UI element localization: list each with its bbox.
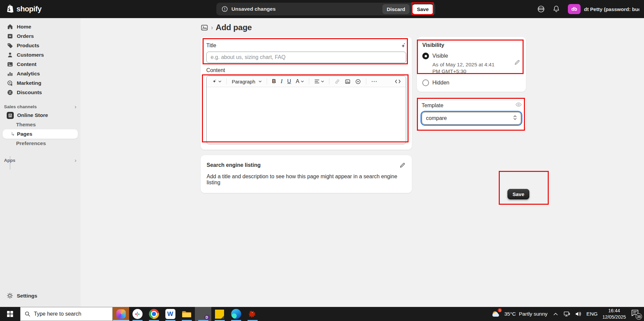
- network-icon[interactable]: [564, 311, 570, 317]
- bold-button[interactable]: B: [270, 77, 278, 85]
- shopify-bag-icon: [6, 4, 14, 14]
- pages-breadcrumb-icon[interactable]: [201, 24, 208, 31]
- user-name: dt Petty (password: budd...: [584, 6, 639, 12]
- weather-icon: 1: [491, 309, 501, 319]
- chevron-right-icon: ›: [74, 104, 76, 110]
- incognito-face-icon[interactable]: [537, 5, 545, 13]
- hidden-radio-row[interactable]: Hidden: [422, 79, 521, 86]
- topbar: shopify Unsaved changes Discard Save db …: [0, 0, 644, 18]
- sales-channels-header[interactable]: Sales channels ›: [3, 103, 78, 111]
- sidebar-item-online-store[interactable]: Online Store: [3, 111, 78, 120]
- chrome-profile-d-badge: D: [204, 315, 210, 320]
- toolbar-divider: [309, 78, 309, 84]
- seo-card-title: Search engine listing: [207, 162, 261, 168]
- visible-radio[interactable]: [422, 53, 429, 59]
- alignment-button[interactable]: [313, 78, 326, 85]
- sidebar-item-analytics[interactable]: Analytics: [3, 69, 78, 78]
- sidebar-item-content[interactable]: Content: [3, 60, 78, 69]
- taskbar-app-chrome-profile[interactable]: D: [195, 307, 211, 321]
- home-icon: [7, 23, 13, 30]
- sidebar-item-orders[interactable]: Orders: [3, 31, 78, 41]
- select-updown-icon: [513, 115, 517, 122]
- notification-count-badge: 38: [636, 313, 642, 320]
- rich-text-editor: Paragraph B I U A: [206, 76, 406, 144]
- sidebar-item-pages[interactable]: ↳ Pages: [3, 129, 78, 139]
- taskbar-app-sticky-notes[interactable]: [211, 307, 228, 321]
- analytics-icon: [7, 70, 13, 77]
- sidebar-item-marketing[interactable]: Marketing: [3, 78, 78, 88]
- taskbar-search[interactable]: [20, 307, 113, 321]
- sidebar-item-products[interactable]: Products: [3, 41, 78, 50]
- tree-branch-icon: ↳: [11, 131, 15, 137]
- toolbar-divider: [267, 78, 267, 84]
- edit-pencil-icon[interactable]: [399, 162, 406, 169]
- weather-widget[interactable]: 1 35°C Partly sunny: [491, 309, 547, 319]
- windows-taskbar: W D 1 35°C Partly sunny: [0, 307, 644, 321]
- sidebar-item-discounts[interactable]: Discounts: [3, 88, 78, 97]
- sidebar: Home Orders Products Customers Content A…: [0, 18, 80, 307]
- clock-widget[interactable]: 16:44 12/05/2025: [602, 308, 626, 320]
- text-color-button[interactable]: A: [294, 77, 306, 85]
- file-explorer-icon: [181, 310, 192, 318]
- code-view-icon[interactable]: [393, 78, 402, 85]
- seo-card-description: Add a title and description to see how t…: [207, 174, 406, 186]
- products-icon: [7, 42, 13, 49]
- preview-eye-icon[interactable]: [515, 101, 522, 108]
- italic-button[interactable]: I: [279, 77, 284, 86]
- start-button[interactable]: [0, 307, 20, 321]
- taskbar-search-input[interactable]: [34, 311, 101, 317]
- sidebar-item-themes[interactable]: Themes: [3, 120, 78, 129]
- apps-header[interactable]: Apps ›: [3, 156, 78, 164]
- sidebar-item-home[interactable]: Home: [3, 22, 78, 31]
- tray-chevron-up-icon[interactable]: [552, 311, 559, 317]
- visibility-date-note: As of May 12, 2025 at 4:41 PM GMT+5:30: [432, 61, 499, 75]
- toolbar-divider: [329, 78, 329, 84]
- paragraph-style-dropdown[interactable]: Paragraph: [230, 78, 263, 85]
- taskbar-app-slack[interactable]: [129, 307, 146, 321]
- visibility-title: Visibility: [422, 42, 521, 48]
- language-indicator[interactable]: ENG: [586, 311, 598, 317]
- more-options-icon[interactable]: ⋯: [370, 77, 379, 86]
- ai-sparkle-icon[interactable]: [399, 42, 406, 49]
- marketing-icon: [7, 80, 13, 86]
- insert-link-icon[interactable]: [333, 78, 342, 85]
- avatar: db: [568, 4, 581, 14]
- underline-button[interactable]: U: [285, 77, 293, 85]
- ai-assist-button[interactable]: [210, 78, 223, 85]
- taskbar-app-chrome[interactable]: [146, 307, 162, 321]
- title-input[interactable]: [206, 52, 406, 63]
- save-button-topbar[interactable]: Save: [412, 4, 433, 14]
- weather-temperature: 35°C: [504, 311, 516, 317]
- sidebar-item-customers[interactable]: Customers: [3, 50, 78, 60]
- taskbar-app-copilot[interactable]: [113, 307, 129, 321]
- shopify-wordmark: shopify: [16, 5, 42, 13]
- insert-image-icon[interactable]: [343, 78, 352, 85]
- template-select[interactable]: compare: [422, 112, 521, 125]
- taskbar-app-red-mascot[interactable]: [244, 307, 261, 321]
- weather-alert-badge: 1: [498, 308, 502, 312]
- notification-center[interactable]: 38: [631, 309, 641, 319]
- edit-visibility-pencil-icon[interactable]: [514, 59, 521, 66]
- taskbar-app-file-explorer[interactable]: [178, 307, 195, 321]
- chevron-right-icon: ›: [74, 157, 76, 163]
- content-icon: [7, 61, 13, 68]
- notifications-bell-icon[interactable]: [552, 5, 560, 13]
- sidebar-item-preferences[interactable]: Preferences: [3, 139, 78, 148]
- hidden-radio[interactable]: [422, 79, 429, 86]
- insert-video-icon[interactable]: [354, 78, 363, 85]
- editor-content-area[interactable]: [207, 87, 406, 144]
- user-menu[interactable]: db dt Petty (password: budd...: [568, 4, 639, 14]
- customers-icon: [7, 52, 13, 58]
- tree-connector-line: [10, 156, 10, 170]
- main-content: › Add page Title Content: [80, 18, 644, 307]
- taskbar-app-edge[interactable]: [228, 307, 244, 321]
- volume-icon[interactable]: [575, 311, 582, 317]
- visible-radio-row[interactable]: Visible: [422, 53, 521, 59]
- shopify-logo[interactable]: shopify: [6, 4, 42, 14]
- taskbar-app-word[interactable]: W: [162, 307, 178, 321]
- gear-icon: [7, 293, 13, 299]
- sidebar-item-settings[interactable]: Settings: [3, 291, 78, 301]
- alert-icon: [221, 6, 228, 12]
- discard-button[interactable]: Discard: [382, 4, 410, 14]
- save-button-annotated[interactable]: Save: [507, 189, 529, 199]
